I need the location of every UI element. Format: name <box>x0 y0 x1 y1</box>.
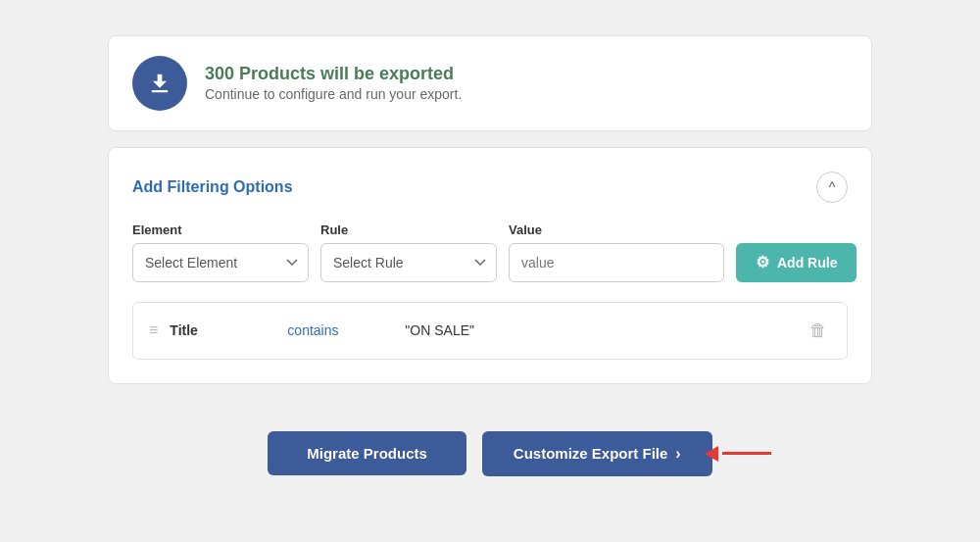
export-headline-suffix: Products will be exported <box>234 64 454 83</box>
arrow-shaft <box>722 452 771 455</box>
download-icon <box>146 70 173 97</box>
rule-value-cell: "ON SALE" <box>405 322 806 338</box>
chevron-right-icon: › <box>675 445 680 463</box>
rule-select[interactable]: Select Rule <box>320 243 497 282</box>
page-wrapper: 300 Products will be exported Continue t… <box>108 35 872 508</box>
customize-label: Customize Export File <box>514 445 668 462</box>
filter-rules-list: ≡ Title contains "ON SALE" 🗑 <box>132 302 848 360</box>
export-headline: 300 Products will be exported <box>205 64 462 84</box>
rule-title-cell: Title <box>170 322 287 338</box>
migrate-products-button[interactable]: Migrate Products <box>268 431 466 475</box>
element-select[interactable]: Select Element <box>132 243 309 282</box>
value-field: Value <box>509 222 724 282</box>
element-field: Element Select Element <box>132 222 309 282</box>
rule-label: Rule <box>320 222 497 237</box>
bottom-actions: Migrate Products Customize Export File › <box>268 416 711 492</box>
value-input[interactable] <box>509 243 724 282</box>
gear-icon: ⚙ <box>756 253 769 271</box>
add-rule-button[interactable]: ⚙ Add Rule <box>736 243 857 282</box>
collapse-button[interactable]: ^ <box>816 172 848 203</box>
filter-card: Add Filtering Options ^ Element Select E… <box>108 147 872 384</box>
filter-card-title: Add Filtering Options <box>132 178 293 196</box>
filter-input-row: Element Select Element Rule Select Rule … <box>132 222 848 282</box>
filter-card-header: Add Filtering Options ^ <box>132 172 848 203</box>
table-row: ≡ Title contains "ON SALE" 🗑 <box>133 303 847 359</box>
bottom-actions-wrapper: Migrate Products Customize Export File › <box>108 400 872 508</box>
rule-operator-cell: contains <box>287 322 405 338</box>
arrow-indicator <box>705 446 771 462</box>
export-subtext: Continue to configure and run your expor… <box>205 86 462 102</box>
add-rule-label: Add Rule <box>777 255 837 271</box>
rule-field: Rule Select Rule <box>320 222 497 282</box>
export-count: 300 <box>205 64 234 83</box>
value-label: Value <box>509 222 724 237</box>
element-label: Element <box>132 222 309 237</box>
delete-rule-button[interactable]: 🗑 <box>806 317 831 345</box>
drag-handle-icon[interactable]: ≡ <box>149 321 158 339</box>
export-icon-circle <box>132 56 187 111</box>
customize-export-button[interactable]: Customize Export File › <box>482 431 712 476</box>
export-text-block: 300 Products will be exported Continue t… <box>205 64 462 102</box>
export-banner: 300 Products will be exported Continue t… <box>108 35 872 131</box>
arrow-head <box>705 446 718 462</box>
